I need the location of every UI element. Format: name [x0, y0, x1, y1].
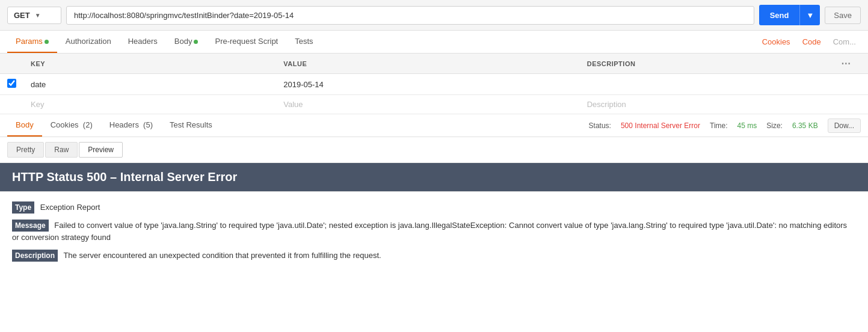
preview-subtabs: Pretty Raw Preview [0, 137, 868, 163]
status-value: 500 Internal Server Error [621, 121, 700, 130]
tab-headers[interactable]: Headers [120, 31, 166, 53]
error-type-value: Exception Report [40, 203, 100, 212]
time-value: 45 ms [737, 121, 757, 130]
response-tabs-row: Body Cookies (2) Headers (5) Test Result… [0, 114, 868, 137]
error-message-label: Message [12, 220, 49, 232]
tab-params[interactable]: Params [7, 31, 57, 53]
col-more-icon[interactable]: ⋯ [841, 58, 851, 69]
empty-key[interactable]: Key [23, 95, 276, 114]
empty-checkbox-cell [0, 95, 23, 114]
param-value[interactable]: 2019-05-14 [276, 74, 579, 95]
request-tabs-left: Params Authorization Headers Body Pre-re… [7, 31, 757, 53]
tab-cookies-right[interactable]: Cookies [757, 31, 795, 52]
params-dot [45, 40, 49, 44]
empty-value[interactable]: Value [276, 95, 579, 114]
col-header-actions: ⋯ [834, 54, 868, 74]
error-title: HTTP Status 500 – Internal Server Error [12, 170, 237, 183]
tab-tests[interactable]: Tests [286, 31, 321, 53]
param-checkbox-cell [0, 74, 23, 95]
empty-description[interactable]: Description [580, 95, 834, 114]
response-tabs-left: Body Cookies (2) Headers (5) Test Result… [7, 114, 589, 137]
error-description-value: The server encountered an unexpected con… [63, 251, 381, 260]
error-type-label: Type [12, 201, 34, 214]
send-button[interactable]: Send ▼ [759, 5, 820, 25]
url-bar: GET ▼ Send ▼ Save [0, 0, 868, 31]
tab-authorization[interactable]: Authorization [57, 31, 120, 53]
tab-pre-request-script[interactable]: Pre-request Script [206, 31, 286, 53]
subtab-pretty[interactable]: Pretty [7, 142, 44, 158]
empty-actions [834, 95, 868, 114]
request-tabs-row: Params Authorization Headers Body Pre-re… [0, 31, 868, 54]
table-row: date 2019-05-14 [0, 74, 868, 95]
status-label: Status: [589, 121, 611, 130]
error-content: Type Exception Report Message Failed to … [0, 191, 868, 277]
param-description [580, 74, 834, 95]
method-chevron-icon: ▼ [35, 12, 41, 19]
request-tabs-right: Cookies Code Com... [757, 31, 861, 52]
param-actions [834, 74, 868, 95]
send-arrow-icon[interactable]: ▼ [799, 5, 820, 25]
save-button[interactable]: Save [825, 7, 861, 24]
response-tab-body[interactable]: Body [7, 114, 42, 137]
tab-body[interactable]: Body [166, 31, 207, 53]
send-label: Send [759, 11, 800, 20]
error-body: HTTP Status 500 – Internal Server Error … [0, 163, 868, 277]
response-tab-headers[interactable]: Headers (5) [101, 114, 161, 137]
subtab-raw[interactable]: Raw [45, 142, 78, 158]
body-dot [194, 40, 198, 44]
col-header-key: KEY [23, 54, 276, 74]
response-tab-cookies[interactable]: Cookies (2) [42, 114, 101, 137]
size-label: Size: [766, 121, 783, 130]
param-key[interactable]: date [23, 74, 276, 95]
response-status-right: Status: 500 Internal Server Error Time: … [589, 118, 861, 133]
error-description-line: Description The server encountered an un… [12, 250, 856, 262]
error-title-bar: HTTP Status 500 – Internal Server Error [0, 163, 868, 191]
method-label: GET [14, 11, 30, 20]
col-header-checkbox [0, 54, 23, 74]
col-header-description: DESCRIPTION [580, 54, 834, 74]
error-type-line: Type Exception Report [12, 201, 856, 214]
url-input[interactable] [66, 6, 754, 25]
param-checkbox[interactable] [7, 79, 16, 88]
error-description-label: Description [12, 250, 58, 262]
error-message-value: Failed to convert value of type 'java.la… [12, 221, 847, 242]
tab-comments-right: Com... [828, 31, 861, 52]
tab-code-right[interactable]: Code [798, 31, 826, 52]
params-table: KEY VALUE DESCRIPTION ⋯ date 2019-05-14 … [0, 54, 868, 114]
time-label: Time: [710, 121, 728, 130]
table-row-empty: Key Value Description [0, 95, 868, 114]
col-header-value: VALUE [276, 54, 579, 74]
method-select[interactable]: GET ▼ [7, 7, 61, 24]
size-value: 6.35 KB [792, 121, 818, 130]
download-button[interactable]: Dow... [828, 118, 861, 133]
response-tab-test-results[interactable]: Test Results [161, 114, 221, 137]
error-message-line: Message Failed to convert value of type … [12, 220, 856, 244]
subtab-preview[interactable]: Preview [79, 142, 123, 158]
